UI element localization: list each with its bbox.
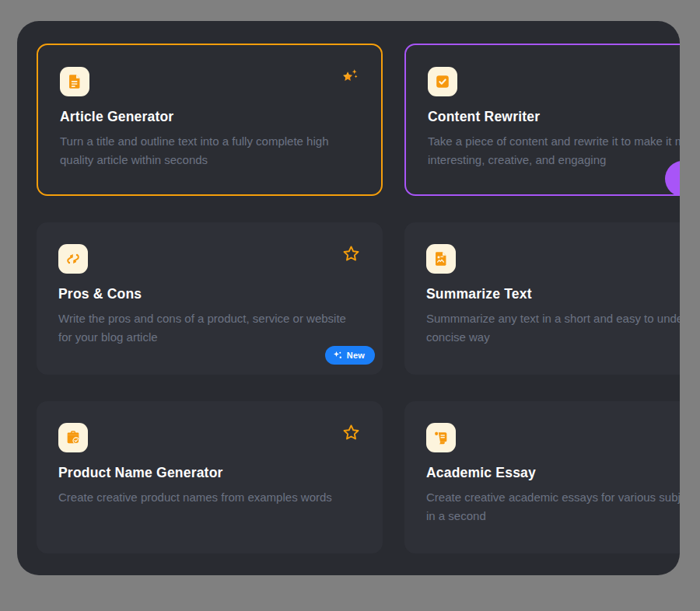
card-description: Take a piece of content and rewrite it t… [428, 132, 680, 169]
card-title: Article Generator [60, 109, 358, 125]
card-title: Pros & Cons [58, 286, 359, 302]
card-title: Content Rewriter [428, 109, 680, 125]
summary-document-icon [426, 244, 456, 274]
card-description: Turn a title and outline text into a ful… [60, 132, 358, 169]
favorite-outline-star-icon[interactable] [341, 423, 361, 442]
new-badge: New [325, 346, 375, 365]
card-title: Product Name Generator [58, 465, 359, 481]
card-title: Summarize Text [426, 286, 680, 302]
sparkle-icon [333, 351, 342, 360]
card-product-name-generator[interactable]: Product Name Generator Create creative p… [37, 401, 383, 553]
tools-grid: Article Generator Turn a title and outli… [37, 44, 680, 553]
card-content-rewriter[interactable]: Content Rewriter Take a piece of content… [404, 44, 680, 196]
card-description: Create creative academic essays for vari… [426, 488, 680, 525]
favorite-filled-star-icon[interactable] [340, 67, 359, 86]
card-description: Create creative product names from examp… [58, 488, 359, 507]
scroll-icon [426, 423, 456, 452]
package-check-icon [58, 423, 88, 452]
card-academic-essay[interactable]: Academic Essay Create creative academic … [404, 401, 680, 553]
checkbox-icon [428, 67, 457, 96]
card-description: Write the pros and cons of a product, se… [58, 309, 359, 347]
swap-arrows-icon [58, 244, 88, 274]
card-description: Summmarize any text in a short and easy … [426, 309, 680, 347]
card-pros-and-cons[interactable]: Pros & Cons Write the pros and cons of a… [37, 222, 383, 375]
favorite-outline-star-icon[interactable] [341, 244, 361, 264]
card-article-generator[interactable]: Article Generator Turn a title and outli… [37, 44, 383, 196]
page-background: Article Generator Turn a title and outli… [0, 0, 700, 611]
card-summarize-text[interactable]: Summarize Text Summmarize any text in a … [404, 222, 680, 375]
tools-panel: Article Generator Turn a title and outli… [17, 21, 680, 575]
card-title: Academic Essay [426, 465, 680, 481]
new-badge-label: New [347, 351, 365, 360]
document-icon [60, 67, 89, 96]
